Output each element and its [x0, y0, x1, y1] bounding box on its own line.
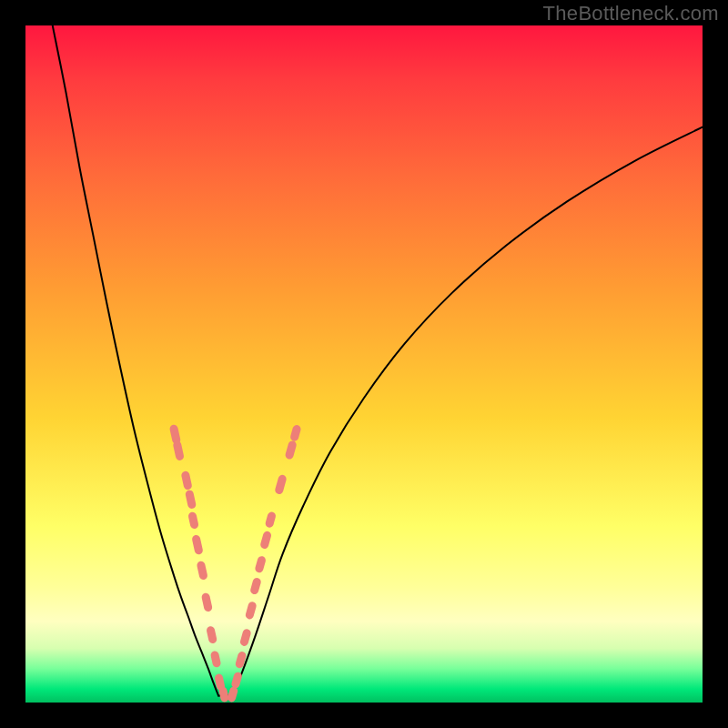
data-marker [223, 691, 225, 698]
data-marker [244, 633, 247, 642]
data-marker [259, 561, 262, 569]
data-marker [189, 494, 191, 504]
bottleneck-curve-plot [25, 25, 703, 703]
curve-right-curve [232, 127, 703, 696]
data-marker [289, 445, 292, 455]
data-marker [255, 581, 258, 590]
data-marker [295, 430, 297, 438]
data-marker [232, 691, 234, 698]
curves-group [53, 25, 703, 696]
data-marker [174, 429, 177, 440]
data-marker [279, 479, 282, 490]
data-marker [236, 676, 238, 684]
data-marker [269, 516, 271, 523]
data-marker [219, 678, 221, 686]
data-marker [197, 539, 199, 550]
data-marker [211, 631, 213, 640]
data-marker [265, 535, 268, 544]
data-marker [249, 606, 252, 615]
watermark-text: TheBottleneck.com [543, 2, 719, 25]
data-marker [177, 445, 180, 456]
data-marker [206, 597, 207, 607]
data-marker [186, 475, 187, 485]
data-marker [192, 516, 194, 524]
data-marker [215, 655, 217, 663]
data-marker [201, 565, 203, 575]
data-marker [239, 656, 242, 664]
curve-left-curve [53, 25, 218, 696]
